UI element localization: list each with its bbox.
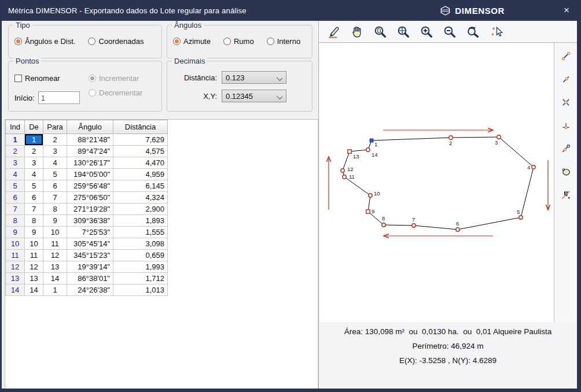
lot-polygon-drawing[interactable]: 1234567891011121314 <box>320 43 554 322</box>
vertex-point[interactable] <box>412 224 415 227</box>
vertex-point[interactable] <box>456 228 459 231</box>
table-cell[interactable]: 89°47'24" <box>67 146 113 157</box>
table-cell[interactable]: 1 <box>43 284 67 296</box>
polygon-edge[interactable] <box>344 177 370 195</box>
table-cell[interactable]: 130°26'17" <box>67 157 113 169</box>
table-cell[interactable]: 24°26'38" <box>67 284 113 296</box>
table-cell[interactable]: 9 <box>6 227 25 238</box>
table-cell[interactable]: 10 <box>43 227 67 238</box>
polygon-edge[interactable] <box>414 225 458 230</box>
drawing-canvas[interactable]: 1234567891011121314 <box>320 43 554 322</box>
table-cell[interactable]: 0,659 <box>113 250 168 261</box>
radio-option[interactable]: Interno <box>267 37 300 46</box>
table-cell[interactable]: 9 <box>43 215 67 227</box>
table-cell[interactable]: 14 <box>43 273 67 284</box>
table-cell[interactable]: 12 <box>25 261 43 273</box>
radio-option[interactable]: Azimute <box>173 37 211 46</box>
vertex-point[interactable] <box>369 194 372 197</box>
table-cell[interactable]: 3,098 <box>113 238 168 250</box>
table-cell[interactable]: 19°39'14" <box>67 261 113 273</box>
table-cell[interactable]: 8 <box>25 215 43 227</box>
table-cell[interactable]: 6 <box>43 180 67 192</box>
tangent-point-icon[interactable] <box>557 141 575 156</box>
table-cell[interactable]: 5 <box>25 180 43 192</box>
radio-icon[interactable] <box>14 38 22 45</box>
table-cell[interactable]: 2 <box>43 134 67 146</box>
line-two-points-icon[interactable] <box>557 49 575 64</box>
vertex-point[interactable] <box>497 135 501 139</box>
table-cell[interactable]: 8 <box>6 215 25 227</box>
table-cell[interactable]: 305°45'14" <box>67 238 113 250</box>
polygon-edge[interactable] <box>368 212 384 225</box>
column-header[interactable]: De <box>25 120 43 134</box>
table-cell[interactable]: 5 <box>43 169 67 180</box>
polygon-edge[interactable] <box>384 225 414 225</box>
table-cell[interactable]: 1,712 <box>113 273 168 284</box>
table-cell[interactable]: 4 <box>43 157 67 169</box>
point-on-line-icon[interactable] <box>557 72 575 87</box>
column-header[interactable]: Ind <box>6 120 25 134</box>
radio-icon[interactable] <box>89 75 96 82</box>
table-cell[interactable]: 1,893 <box>113 215 168 227</box>
table-cell[interactable]: 88°21'48" <box>67 134 113 146</box>
vertex-point[interactable] <box>343 175 346 179</box>
vertex-point[interactable] <box>449 136 453 139</box>
perpendicular-point-icon[interactable] <box>557 118 575 133</box>
column-header[interactable]: Distância <box>113 120 168 134</box>
radio-option[interactable]: Rumo <box>223 37 254 46</box>
table-cell[interactable]: 2,900 <box>113 204 168 215</box>
close-icon[interactable]: × <box>560 5 573 16</box>
inicio-input[interactable] <box>38 91 80 104</box>
table-cell[interactable]: 7 <box>25 204 43 215</box>
snap-off-icon[interactable] <box>557 187 575 202</box>
table-cell[interactable]: 86°38'01" <box>67 273 113 284</box>
table-cell[interactable]: 1,555 <box>113 227 168 238</box>
table-cell[interactable]: 10 <box>25 238 43 250</box>
distancia-select[interactable]: 0.123 <box>222 71 286 84</box>
vertex-point[interactable] <box>532 165 535 169</box>
radio-icon[interactable] <box>223 38 231 45</box>
radio-icon[interactable] <box>89 89 96 97</box>
vertex-point[interactable] <box>366 210 370 213</box>
table-cell[interactable]: 7°25'53" <box>67 227 113 238</box>
column-header[interactable]: Ângulo <box>67 120 113 134</box>
vertex-point-start[interactable] <box>370 139 374 143</box>
vertex-point[interactable] <box>348 150 351 153</box>
table-cell[interactable]: 1,013 <box>113 284 168 296</box>
table-cell[interactable]: 345°15'23" <box>67 250 113 261</box>
table-cell[interactable]: 3 <box>6 157 25 169</box>
table-cell[interactable]: 6 <box>25 192 43 204</box>
table-cell[interactable]: 11 <box>43 238 67 250</box>
column-header[interactable]: Para <box>43 120 67 134</box>
polygon-edge[interactable] <box>499 137 534 167</box>
table-cell[interactable]: 14 <box>6 284 25 296</box>
table-cell[interactable]: 7 <box>43 192 67 204</box>
draw-pencil-icon[interactable] <box>323 22 344 41</box>
radio-option[interactable]: Decrementar <box>89 88 142 97</box>
table-cell[interactable]: 7 <box>6 204 25 215</box>
table-cell[interactable]: 1,993 <box>113 261 168 273</box>
table-cell[interactable]: 13 <box>6 273 25 284</box>
region-icon[interactable] <box>557 164 575 179</box>
table-cell[interactable]: 7,629 <box>113 134 168 146</box>
zoom-in-icon[interactable] <box>416 22 437 41</box>
polygon-edge[interactable] <box>372 138 451 140</box>
table-cell[interactable]: 275°06'50" <box>67 192 113 204</box>
vertex-point[interactable] <box>366 148 370 151</box>
table-cell[interactable]: 11 <box>25 250 43 261</box>
table-cell[interactable]: 271°19'28" <box>67 204 113 215</box>
polygon-edge[interactable] <box>521 167 534 217</box>
table-cell[interactable]: 8 <box>43 204 67 215</box>
polygon-edge[interactable] <box>368 195 370 212</box>
table-cell[interactable]: 4 <box>25 169 43 180</box>
table-cell[interactable]: 1 <box>25 134 43 146</box>
table-cell[interactable]: 4,470 <box>113 157 168 169</box>
table-cell[interactable]: 14 <box>25 284 43 296</box>
radio-icon[interactable] <box>173 38 181 45</box>
table-cell[interactable]: 3 <box>25 157 43 169</box>
pan-hand-icon[interactable] <box>347 22 367 41</box>
renomear-checkbox[interactable]: Renomear <box>14 74 60 83</box>
table-cell[interactable]: 12 <box>43 250 67 261</box>
table-cell[interactable]: 4 <box>6 169 25 180</box>
vertex-point[interactable] <box>382 223 385 227</box>
